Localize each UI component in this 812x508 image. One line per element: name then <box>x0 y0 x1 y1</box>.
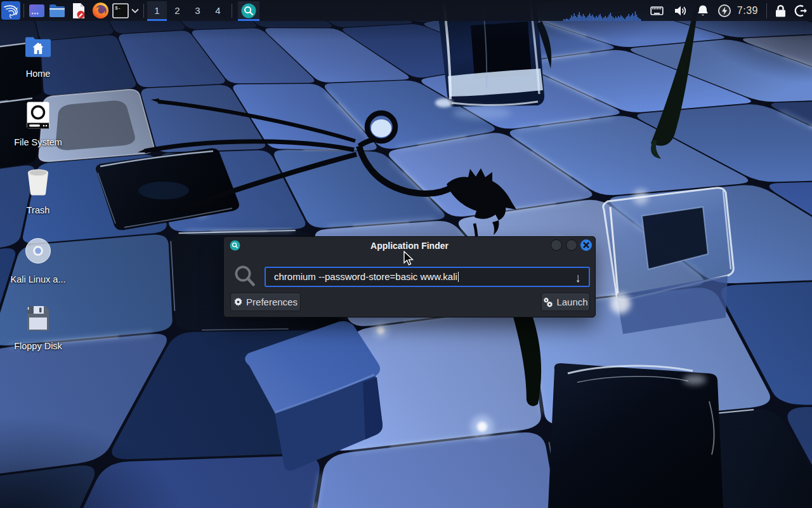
svg-text:$-: $- <box>115 5 121 11</box>
